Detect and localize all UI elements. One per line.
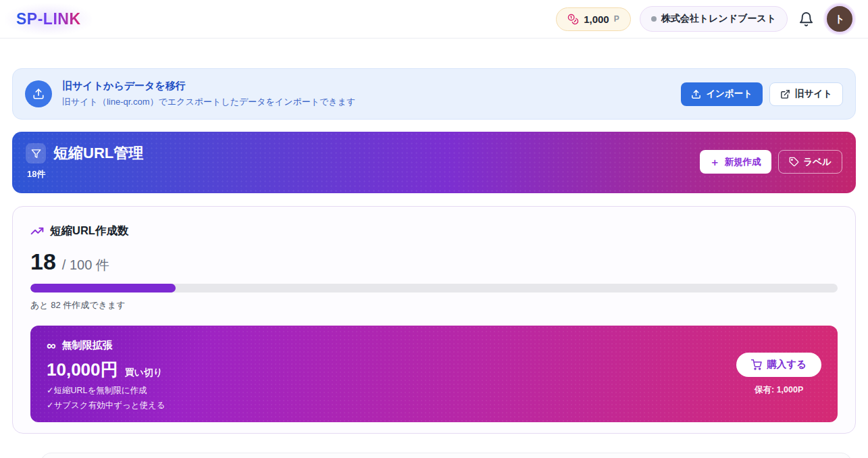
avatar[interactable]: ト	[825, 4, 854, 34]
points-badge[interactable]: 1,000 P	[556, 7, 631, 31]
progress-fill	[30, 284, 176, 292]
unlimited-actions: 購入する 保有: 1,000P	[736, 353, 821, 396]
unlimited-price: 10,000円	[47, 358, 118, 382]
usage-remaining-note: あと 82 件作成できます	[30, 299, 838, 311]
usage-current-count: 18	[30, 249, 56, 275]
url-manager-banner: 短縮URL管理 18件 ＋ 新規作成 ラベル	[12, 132, 856, 193]
create-new-button[interactable]: ＋ 新規作成	[700, 150, 771, 174]
unlimited-feature: ✓短縮URLを無制限に作成	[47, 385, 165, 397]
migration-banner: 旧サイトからデータを移行 旧サイト（line-qr.com）でエクスポートしたデ…	[12, 68, 856, 120]
url-manager-heading: 短縮URL管理 18件	[26, 143, 143, 180]
header-right: 1,000 P 株式会社トレンドブースト ト	[556, 4, 854, 34]
points-value: 1,000	[584, 14, 609, 25]
labels-button-label: ラベル	[804, 157, 832, 167]
avatar-initial: ト	[834, 13, 844, 26]
main-content: 旧サイトからデータを移行 旧サイト（line-qr.com）でエクスポートしたデ…	[0, 39, 868, 434]
create-new-button-label: 新規作成	[725, 157, 761, 167]
trending-up-icon	[30, 224, 44, 238]
migration-buttons: インポート 旧サイト	[681, 82, 843, 106]
url-manager-buttons: ＋ 新規作成 ラベル	[700, 150, 842, 174]
app-logo[interactable]: SP-LINK	[16, 10, 81, 28]
coins-icon	[567, 14, 579, 25]
usage-title: 短縮URL作成数	[50, 224, 128, 238]
notification-bell-icon[interactable]	[798, 11, 814, 27]
owned-points: 保有: 1,000P	[755, 384, 803, 396]
tag-icon	[789, 157, 799, 167]
usage-counter: 18 / 100 件	[30, 249, 838, 275]
migration-title: 旧サイトからデータを移行	[62, 80, 355, 93]
usage-card: 短縮URL作成数 18 / 100 件 あと 82 件作成できます ∞ 無制限拡…	[12, 206, 856, 434]
unlimited-title: 無制限拡張	[62, 339, 113, 352]
logo-glow: SP-LINK	[5, 3, 92, 35]
unlimited-info: ∞ 無制限拡張 10,000円 買い切り ✓短縮URLを無制限に作成 ✓サブスク…	[47, 339, 165, 409]
infinity-icon: ∞	[47, 339, 56, 352]
company-badge[interactable]: 株式会社トレンドブースト	[640, 6, 788, 32]
next-section-partial	[41, 453, 852, 458]
plus-icon: ＋	[710, 157, 720, 167]
unlimited-price-note: 買い切り	[125, 367, 163, 379]
status-dot-icon	[651, 16, 657, 22]
unlimited-upsell-card: ∞ 無制限拡張 10,000円 買い切り ✓短縮URLを無制限に作成 ✓サブスク…	[30, 326, 838, 422]
purchase-button-label: 購入する	[767, 359, 807, 370]
filter-icon-box	[26, 143, 46, 163]
purchase-button[interactable]: 購入する	[736, 353, 821, 377]
migration-subtitle: 旧サイト（line-qr.com）でエクスポートしたデータをインポートできます	[62, 96, 355, 108]
old-site-button-label: 旧サイト	[795, 89, 832, 99]
filter-funnel-icon	[31, 149, 41, 159]
upload-small-icon	[691, 89, 701, 99]
company-name: 株式会社トレンドブースト	[661, 13, 776, 25]
upload-icon	[32, 88, 45, 100]
labels-button[interactable]: ラベル	[778, 150, 842, 174]
migration-text: 旧サイトからデータを移行 旧サイト（line-qr.com）でエクスポートしたデ…	[62, 80, 355, 108]
app-header: SP-LINK 1,000 P 株式会社トレンドブースト ト	[0, 0, 868, 39]
usage-total-count: / 100 件	[62, 256, 109, 274]
points-unit: P	[614, 14, 619, 24]
import-button[interactable]: インポート	[681, 82, 763, 106]
cart-icon	[751, 359, 762, 370]
external-link-icon	[780, 89, 790, 99]
unlimited-feature: ✓サブスク有効中ずっと使える	[47, 400, 165, 411]
usage-progress-track	[30, 284, 838, 292]
page-title: 短縮URL管理	[53, 143, 143, 163]
old-site-button[interactable]: 旧サイト	[769, 82, 843, 106]
url-count-badge: 18件	[27, 168, 143, 180]
import-button-label: インポート	[706, 89, 752, 99]
upload-circle	[25, 80, 52, 107]
